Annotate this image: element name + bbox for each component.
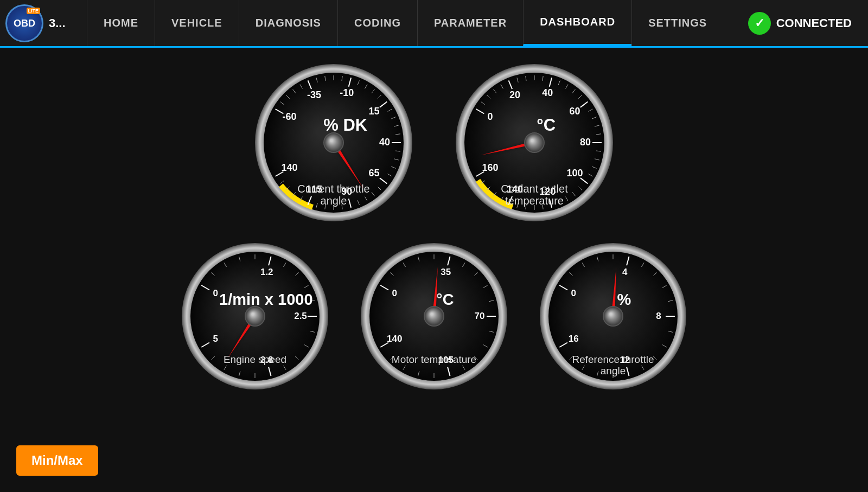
nav-settings[interactable]: SETTINGS	[631, 0, 723, 46]
nav-diagnosis[interactable]: DIAGNOSIS	[239, 0, 337, 46]
gauges-top-row	[250, 59, 618, 227]
logo-icon: OBD LITE	[5, 4, 43, 42]
dashboard: Min/Max	[0, 48, 868, 492]
nav-dashboard[interactable]: DASHBOARD	[523, 0, 631, 46]
gauge-throttle-angle	[250, 59, 418, 227]
nav-home[interactable]: HOME	[87, 0, 155, 46]
gauges-bottom-row	[176, 238, 692, 395]
logo-area: OBD LITE 3...	[5, 4, 76, 42]
vehicle-id: 3...	[49, 16, 66, 30]
header: OBD LITE 3... HOME VEHICLE DIAGNOSIS COD…	[0, 0, 868, 48]
minmax-button[interactable]: Min/Max	[16, 445, 98, 476]
gauge-ref-throttle	[534, 238, 692, 395]
nav-bar: HOME VEHICLE DIAGNOSIS CODING PARAMETER …	[87, 0, 737, 46]
logo-text: OBD	[14, 18, 35, 28]
gauge-engine-speed	[176, 238, 334, 395]
connected-label: CONNECTED	[776, 16, 852, 30]
nav-vehicle[interactable]: VEHICLE	[155, 0, 239, 46]
nav-parameter[interactable]: PARAMETER	[417, 0, 523, 46]
gauge-motor-temp	[355, 238, 513, 395]
connected-icon: ✓	[748, 12, 771, 35]
gauge-coolant-temp	[450, 59, 618, 227]
logo-lite: LITE	[27, 8, 41, 14]
nav-coding[interactable]: CODING	[337, 0, 417, 46]
connected-badge: ✓ CONNECTED	[737, 12, 863, 35]
